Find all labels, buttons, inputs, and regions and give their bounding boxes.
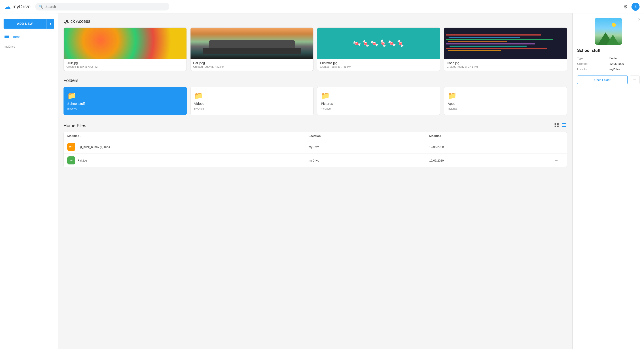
add-new-button[interactable]: ADD NEW ▾ [4,19,54,28]
folders-grid: 📁 School stuff myDrive 📁 Videos myDrive … [64,87,567,115]
type-label: Type [577,56,607,60]
folder-videos[interactable]: 📁 Videos myDrive [190,87,314,115]
folder-preview-image [595,18,622,45]
file-location-2: myDrive [308,159,429,162]
svg-rect-1 [4,36,9,37]
folder-apps[interactable]: 📁 Apps myDrive [444,87,567,115]
car-thumbnail [190,28,313,59]
file-more-button-1[interactable]: ··· [550,145,563,149]
qa-card-fruit[interactable]: Fruit.jpg Created Today at 7:42 PM [64,27,187,71]
folder-pictures[interactable]: 📁 Pictures myDrive [317,87,440,115]
table-row[interactable]: MP4 Big_buck_bunny (1).mp4 myDrive 12/05… [64,140,567,154]
folder-icon-apps: 📁 [448,91,563,100]
svg-rect-8 [562,125,566,125]
quick-access-grid: Fruit.jpg Created Today at 7:42 PM Car.j… [64,27,567,71]
qa-info-fruit: Fruit.jpg Created Today at 7:42 PM [64,59,186,71]
qa-name-car: Car.jpeg [193,61,310,65]
home-icon [4,34,9,39]
panel-folder-title: School stuff [577,48,640,53]
folders-section: Folders 📁 School stuff myDrive 📁 Videos … [64,78,567,115]
table-row[interactable]: JPG Fall.jpg myDrive 12/05/2020 ··· [64,154,567,167]
svg-rect-9 [562,126,566,127]
main-content: Quick Access Fruit.jpg Created Today at … [58,13,572,349]
files-table-header: Modified ↓ Location Modified [64,132,567,140]
mountain-right [607,35,619,45]
home-files-section: Home Files Modified ↓ Location [64,122,567,167]
quick-access-section: Quick Access Fruit.jpg Created Today at … [64,19,567,71]
home-files-header: Home Files [64,122,567,129]
folder-name-videos: Videos [194,102,310,105]
qa-date-car: Created Today at 7:42 PM [193,65,310,68]
code-thumbnail [444,28,567,59]
sidebar-item-home[interactable]: Home [0,32,58,41]
folder-location-apps: myDrive [448,107,563,110]
file-name-2: Fall.jpg [78,159,87,162]
qa-date-christmas: Created Today at 7:41 PM [320,65,438,68]
svg-rect-4 [557,123,558,125]
quick-access-title: Quick Access [64,19,567,24]
qa-name-christmas: Cristmas.jpg [320,61,438,65]
panel-more-options-button[interactable]: ··· [630,75,640,84]
list-view-button[interactable] [561,122,567,129]
created-label: Created [577,62,607,65]
svg-rect-3 [554,123,556,125]
detail-panel: × School stuff Type Folder Created 12/05… [572,13,644,349]
app-body: ADD NEW ▾ Home myDrive Quick Access [0,13,644,349]
folder-icon-videos: 📁 [194,91,310,100]
file-badge-mp4: MP4 [67,143,75,151]
qa-card-car[interactable]: Car.jpeg Created Today at 7:42 PM [190,27,314,71]
qa-info-christmas: Cristmas.jpg Created Today at 7:41 PM [317,59,440,71]
folder-name-apps: Apps [448,102,563,105]
panel-preview [595,18,622,45]
file-location-1: myDrive [308,145,429,149]
folder-location-videos: myDrive [194,107,310,110]
panel-close-button[interactable]: × [638,17,640,22]
christmas-thumbnail: 🍬 🍬 🍬 🍬 🍬 🍬 [317,28,440,59]
file-more-button-2[interactable]: ··· [550,158,563,163]
panel-actions: Open Folder ··· [577,75,640,84]
add-new-dropdown-arrow[interactable]: ▾ [46,19,54,28]
sidebar: ADD NEW ▾ Home myDrive [0,13,58,349]
svg-rect-2 [4,37,9,38]
col-modified: Modified [429,134,550,138]
svg-rect-0 [4,35,9,35]
logo[interactable]: ☁ myDrive [4,3,31,10]
qa-date-fruit: Created Today at 7:42 PM [66,65,184,68]
folder-icon-pictures: 📁 [321,91,436,100]
qa-card-code[interactable]: Code.jpg Created Today at 7:41 PM [444,27,567,71]
header: ☁ myDrive 🔍 ⚙ B [0,0,644,13]
sort-arrow: ↓ [80,134,82,138]
search-bar: 🔍 [35,3,169,10]
location-label: Location [577,68,607,71]
grid-view-button[interactable] [554,122,560,129]
folders-title: Folders [64,78,567,83]
svg-rect-5 [554,126,556,127]
search-input[interactable] [46,5,166,8]
home-files-title: Home Files [64,123,86,128]
search-icon: 🔍 [39,4,43,9]
location-value: myDrive [610,68,640,71]
fruit-thumbnail [64,28,186,59]
folder-name-pictures: Pictures [321,102,436,105]
file-name-cell-2: JPG Fall.jpg [67,156,308,164]
folder-name-school: School stuff [67,102,183,105]
folder-location-pictures: myDrive [321,107,436,110]
qa-card-christmas[interactable]: 🍬 🍬 🍬 🍬 🍬 🍬 Cristmas.jpg Created Today a… [317,27,440,71]
qa-info-code: Code.jpg Created Today at 7:41 PM [444,59,567,71]
col-location: Location [308,134,429,138]
cloud-icon: ☁ [4,3,11,10]
qa-info-car: Car.jpeg Created Today at 7:42 PM [190,59,313,71]
settings-button[interactable]: ⚙ [624,4,628,9]
type-value: Folder [610,56,640,60]
folder-location-school: myDrive [67,107,183,110]
avatar[interactable]: B [632,3,640,11]
open-folder-button[interactable]: Open Folder [577,75,628,84]
file-modified-2: 12/05/2020 [429,159,550,162]
svg-rect-6 [557,126,558,127]
folder-icon-school: 📁 [67,91,183,100]
mydrive-label: myDrive [0,41,58,50]
add-new-label: ADD NEW [4,19,46,28]
file-modified-1: 12/05/2020 [429,145,550,149]
folder-school-stuff[interactable]: 📁 School stuff myDrive [64,87,187,115]
svg-rect-7 [562,123,566,124]
